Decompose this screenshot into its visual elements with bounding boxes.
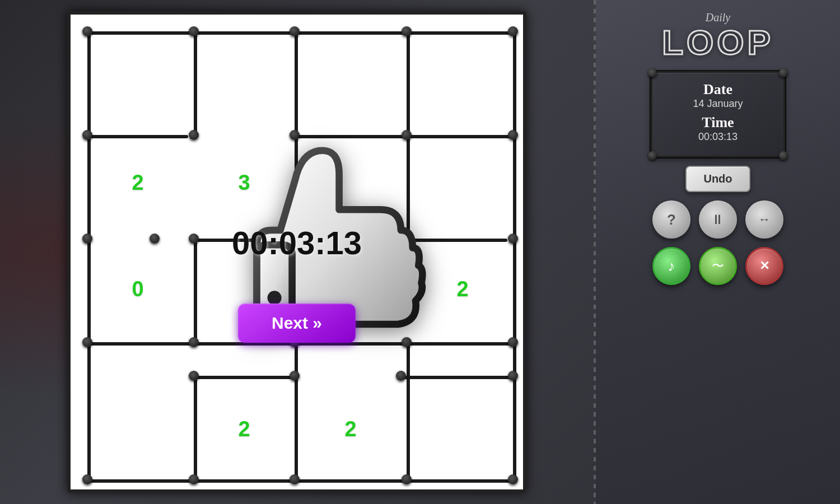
- pause-button[interactable]: ⏸: [699, 200, 737, 239]
- clue-3-r1c2: 3: [238, 171, 250, 195]
- info-icon: ?: [667, 211, 676, 228]
- sidebar: Daily LOOP Date 14 January Time 00:03:13…: [596, 0, 840, 504]
- music-icon: ♪: [668, 258, 675, 275]
- music-button[interactable]: ♪: [652, 247, 690, 285]
- undo-button[interactable]: Undo: [685, 166, 750, 192]
- title-daily: Daily: [662, 11, 774, 24]
- section-divider: [594, 0, 596, 504]
- pause-icon: ⏸: [711, 212, 725, 227]
- wave-button[interactable]: 〜: [699, 247, 737, 285]
- time-value: 00:03:13: [664, 131, 772, 143]
- clue-0-r2c0: 0: [132, 277, 143, 301]
- svg-point-1: [268, 291, 282, 305]
- clue-2-r3c2: 2: [344, 417, 356, 441]
- game-area: 2 3 0 2 2 2: [0, 0, 594, 504]
- info-button[interactable]: ?: [652, 200, 690, 239]
- next-button[interactable]: Next »: [238, 304, 356, 343]
- game-board[interactable]: 2 3 0 2 2 2: [67, 11, 526, 493]
- close-button[interactable]: ✕: [745, 247, 783, 285]
- colored-button-row: ♪ 〜 ✕: [652, 247, 783, 285]
- silver-button-row: ? ⏸ ↔: [652, 200, 783, 239]
- date-value: 14 January: [664, 98, 772, 110]
- time-label: Time: [664, 114, 772, 131]
- date-label: Date: [664, 81, 772, 98]
- timer-display: 00:03:13: [232, 224, 362, 262]
- clue-2-r1c1: 2: [132, 171, 143, 195]
- title-area: Daily LOOP: [662, 11, 774, 60]
- shuffle-button[interactable]: ↔: [745, 200, 783, 239]
- close-icon: ✕: [759, 259, 769, 273]
- clue-2-r3c1: 2: [238, 417, 250, 441]
- info-box: Date 14 January Time 00:03:13: [651, 71, 785, 157]
- wave-icon: 〜: [712, 258, 724, 274]
- clue-2-r2c3: 2: [456, 277, 468, 301]
- shuffle-icon: ↔: [758, 212, 771, 227]
- title-loop: LOOP: [662, 25, 774, 60]
